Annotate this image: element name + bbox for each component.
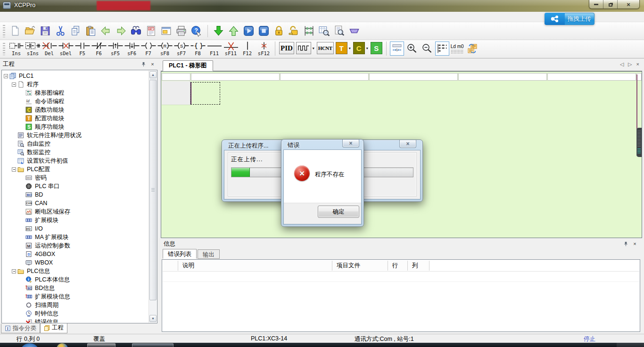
- zoom-in-button[interactable]: [405, 41, 419, 56]
- ladder-view-button[interactable]: [435, 41, 449, 56]
- contact-nc-tool[interactable]: F6: [91, 40, 107, 57]
- tree-item-bd[interactable]: BD BD: [2, 190, 157, 199]
- timer-dropdown-icon[interactable]: ▾: [349, 46, 351, 50]
- ladder-selection-cursor[interactable]: [190, 82, 220, 105]
- browser-icon[interactable]: [57, 343, 68, 347]
- expand-toggle-icon[interactable]: [12, 167, 16, 172]
- counter-button[interactable]: C: [353, 42, 365, 54]
- toolbar-grip[interactable]: [3, 43, 5, 55]
- tree-item-func-c[interactable]: C 函数功能块: [2, 106, 157, 114]
- free-monitor-button[interactable]: [332, 24, 347, 38]
- zoom-out-button[interactable]: [420, 41, 434, 56]
- coil-set-tool[interactable]: S sF7: [173, 40, 190, 57]
- instruction-view-button[interactable]: Ld m0: [450, 41, 464, 56]
- tree-item-ext-module[interactable]: MA 扩展模块: [2, 233, 157, 241]
- copy-button[interactable]: [68, 24, 83, 38]
- print-button[interactable]: [174, 24, 189, 38]
- tree-item-config-t[interactable]: T 配置功能块: [2, 114, 157, 123]
- tab-error-list[interactable]: 错误列表: [163, 249, 197, 259]
- tree-item-gbox[interactable]: D 4GBOX: [2, 250, 157, 258]
- tree-item-power-save[interactable]: 断电区域保存: [2, 207, 157, 216]
- app-icon[interactable]: [3, 2, 11, 9]
- sequence-button[interactable]: S: [371, 42, 382, 54]
- pid-button[interactable]: PID: [279, 42, 294, 54]
- tree-item-folder[interactable]: PLC信息: [2, 267, 157, 275]
- nav-back-button[interactable]: [99, 24, 113, 38]
- close-panel-icon[interactable]: ×: [149, 61, 156, 68]
- tree-item-data-monitor-tree[interactable]: 数据监控: [2, 148, 157, 157]
- expand-toggle-icon[interactable]: [4, 74, 8, 78]
- tree-item-wbox[interactable]: WBOX: [2, 258, 157, 267]
- menu-item[interactable]: [15, 16, 26, 18]
- com-port-button[interactable]: [347, 24, 362, 38]
- drag-upload-overlay-button[interactable]: 拖拽上传: [545, 13, 594, 25]
- func-block-tool[interactable]: {} F8: [190, 40, 206, 57]
- tree-item-can[interactable]: CAN CAN: [2, 199, 157, 207]
- tab-prev-icon[interactable]: ◁: [620, 61, 624, 67]
- column-header-description[interactable]: 说明: [178, 261, 332, 271]
- new-file-button[interactable]: [8, 24, 23, 38]
- ladder-config-button[interactable]: [302, 24, 316, 38]
- edge-panel-handle[interactable]: [636, 128, 642, 157]
- tree-item-io[interactable]: I/O I/O: [2, 224, 157, 233]
- menu-item[interactable]: [26, 16, 38, 18]
- column-header-row[interactable]: 行: [388, 261, 408, 271]
- restore-button[interactable]: [603, 0, 618, 9]
- del-tool[interactable]: Del: [41, 40, 58, 57]
- cut-button[interactable]: [53, 24, 68, 38]
- tab-next-icon[interactable]: ▷: [628, 61, 632, 67]
- plc-stop-button[interactable]: [256, 24, 271, 38]
- open-file-button[interactable]: [23, 24, 38, 38]
- error-list-table[interactable]: 说明 项目文件 行 列: [162, 259, 640, 332]
- tree-item-motion[interactable]: M 运动控制参数: [2, 241, 157, 250]
- minimize-button[interactable]: [589, 0, 603, 9]
- close-button[interactable]: ×: [618, 0, 639, 9]
- column-header-project-file[interactable]: 项目文件: [332, 261, 388, 271]
- tree-item-ladder[interactable]: 梯形图编程: [2, 89, 157, 97]
- expand-toggle-icon[interactable]: [12, 269, 16, 273]
- nav-forward-button[interactable]: [114, 24, 128, 38]
- scrollbar-thumb[interactable]: [149, 80, 157, 300]
- find-button[interactable]: [129, 24, 143, 38]
- paste-button[interactable]: [83, 24, 98, 38]
- unlock-button[interactable]: [287, 24, 301, 38]
- download-program-button[interactable]: [211, 24, 226, 38]
- coil-tool[interactable]: F7: [140, 40, 157, 57]
- tree-item-init-values[interactable]: 设置软元件初值: [2, 157, 157, 165]
- tree-item-clock[interactable]: 时钟信息: [2, 309, 157, 318]
- tree-item-ext-module[interactable]: 扩展模块: [2, 216, 157, 224]
- tree-item-bd-info[interactable]: BD! BD信息: [2, 284, 157, 292]
- save-file-button[interactable]: [38, 24, 53, 38]
- data-monitor-button[interactable]: [317, 24, 331, 38]
- menu-item[interactable]: [38, 16, 49, 18]
- taskbar-button[interactable]: [132, 343, 173, 347]
- menu-item[interactable]: [83, 16, 94, 18]
- sins-tool[interactable]: sIns: [25, 40, 41, 57]
- column-header-selector[interactable]: [163, 261, 178, 271]
- tree-item-scan-cycle[interactable]: 扫描周期: [2, 301, 157, 309]
- scroll-up-icon[interactable]: ▲: [149, 71, 157, 78]
- ok-button[interactable]: 确定: [318, 206, 359, 218]
- hline-tool[interactable]: F11: [206, 40, 223, 57]
- tree-scrollbar[interactable]: ▲ ▼: [149, 71, 157, 322]
- fit-width-button[interactable]: [390, 41, 404, 56]
- vline-del-tool[interactable]: sF12: [256, 40, 272, 57]
- tab-output[interactable]: 输出: [198, 249, 220, 259]
- start-orb-icon[interactable]: [20, 343, 40, 347]
- menu-item[interactable]: [94, 16, 106, 18]
- upload-program-button[interactable]: [226, 24, 241, 38]
- help-button[interactable]: ?: [189, 24, 204, 38]
- scroll-down-icon[interactable]: ▼: [149, 315, 157, 322]
- tree-item-program[interactable]: 程序: [2, 80, 157, 89]
- sdel-tool[interactable]: sDel: [58, 40, 74, 57]
- tree-item-comment[interactable]: 软元件注释/使用状况: [2, 131, 157, 140]
- convert-button[interactable]: [465, 41, 479, 56]
- tree-item-folder[interactable]: PLC配置: [2, 165, 157, 174]
- lock-button[interactable]: [272, 24, 286, 38]
- error-dialog-close-button[interactable]: ×: [342, 140, 359, 148]
- vline-tool[interactable]: F12: [239, 40, 256, 57]
- pulse-button[interactable]: [296, 42, 311, 54]
- tree-item-error-info[interactable]: 错误信息: [2, 318, 157, 323]
- tree-item-free-monitor-tree[interactable]: 自由监控: [2, 140, 157, 148]
- tab-close-icon[interactable]: ×: [636, 61, 639, 67]
